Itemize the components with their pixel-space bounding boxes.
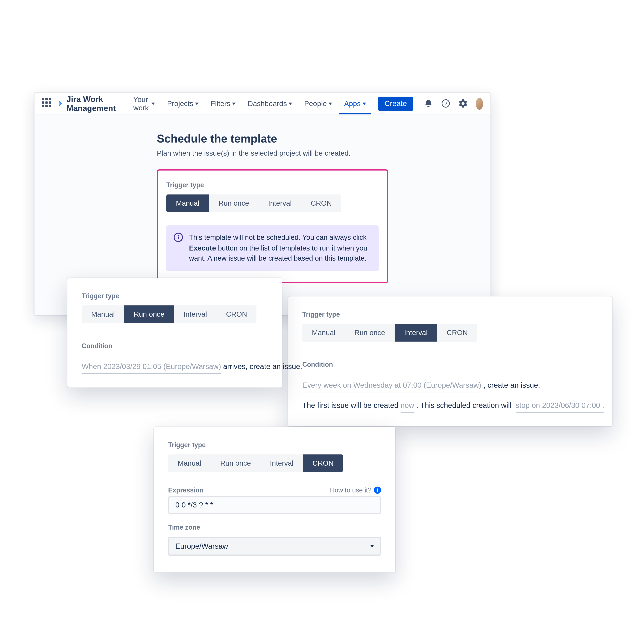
avatar[interactable] [476,97,483,109]
help-icon[interactable]: ? [442,97,451,109]
trigger-tab-interval[interactable]: Interval [259,194,301,212]
notifications-icon[interactable] [424,97,433,109]
info-banner: This template will not be scheduled. You… [166,225,379,271]
chevron-down-icon [195,102,199,105]
condition-label: Condition [82,342,276,349]
interval-condition-line-2: The first issue will be created now . Th… [302,401,598,410]
page-subtitle: Plan when the issue(s) in the selected p… [157,149,476,157]
condition-label: Condition [302,361,598,368]
app-switcher-icon[interactable] [42,97,51,109]
interval-text-2a: The first issue will be created [302,401,400,410]
trigger-tab-manual[interactable]: Manual [82,305,124,323]
nav-filters[interactable]: Filters [206,93,241,114]
trigger-type-panel-manual: Trigger type Manual Run once Interval CR… [157,169,388,283]
trigger-tab-manual[interactable]: Manual [302,324,345,342]
info-icon [173,232,183,242]
trigger-type-tabs: Manual Run once Interval CRON [166,194,341,212]
interval-stop-field[interactable]: stop on 2023/06/30 07:00 . [516,401,604,413]
expression-field-header: Expression How to use it? i [168,487,381,494]
interval-start-field[interactable]: now [401,401,414,413]
runonce-text: arrives, create an issue. [221,363,302,371]
jira-logo-icon [57,100,62,107]
banner-text-prefix: This template will not be scheduled. You… [189,233,367,241]
nav-apps[interactable]: Apps [339,93,371,114]
trigger-type-label: Trigger type [82,292,276,299]
trigger-type-label: Trigger type [302,311,598,318]
info-icon: i [374,487,381,494]
product-name: Jira Work Management [67,94,118,112]
trigger-type-tabs: Manual Run once Interval CRON [168,454,343,472]
runonce-condition-line: When 2023/03/29 01:05 (Europe/Warsaw) ar… [82,363,276,371]
trigger-tab-interval[interactable]: Interval [395,324,437,342]
timezone-value: Europe/Warsaw [175,542,228,550]
trigger-panel-cron: Trigger type Manual Run once Interval CR… [154,427,395,573]
expression-label: Expression [168,487,204,494]
settings-icon[interactable] [459,97,468,109]
cron-expression-input[interactable] [168,496,381,514]
banner-text-bold: Execute [189,244,216,252]
trigger-tab-cron[interactable]: CRON [303,454,343,472]
trigger-tab-run-once[interactable]: Run once [211,454,261,472]
interval-text-2b: . This scheduled creation will [414,401,513,410]
trigger-type-tabs: Manual Run once Interval CRON [82,305,257,323]
interval-text-1: , create an issue. [481,381,540,389]
nav-people[interactable]: People [299,93,337,114]
trigger-tab-run-once[interactable]: Run once [209,194,259,212]
timezone-select[interactable]: Europe/Warsaw [168,537,381,556]
create-button[interactable]: Create [378,96,413,111]
banner-text-suffix: button on the list of templates to run i… [189,244,368,263]
nav-projects[interactable]: Projects [162,93,204,114]
svg-rect-4 [178,236,179,239]
interval-recurrence-field[interactable]: Every week on Wednesday at 07:00 (Europe… [302,380,481,392]
trigger-tab-run-once[interactable]: Run once [124,305,174,323]
page-title: Schedule the template [157,132,476,146]
nav-dashboards[interactable]: Dashboards [243,93,297,114]
trigger-tab-manual[interactable]: Manual [166,194,209,212]
trigger-panel-run-once: Trigger type Manual Run once Interval CR… [67,278,282,387]
trigger-tab-cron[interactable]: CRON [217,305,257,323]
svg-text:?: ? [445,101,448,106]
chevron-down-icon [289,102,292,105]
chevron-down-icon [362,102,366,105]
interval-condition-line-1: Every week on Wednesday at 07:00 (Europe… [302,381,598,389]
trigger-tab-manual[interactable]: Manual [168,454,211,472]
trigger-tab-interval[interactable]: Interval [174,305,216,323]
trigger-tab-cron[interactable]: CRON [301,194,341,212]
nav-your-work[interactable]: Your work [129,93,160,114]
trigger-tab-interval[interactable]: Interval [260,454,303,472]
chevron-down-icon [329,102,332,105]
chevron-down-icon [152,102,155,105]
how-to-use-link[interactable]: How to use it? i [330,487,381,494]
trigger-panel-interval: Trigger type Manual Run once Interval CR… [288,296,612,427]
trigger-type-tabs: Manual Run once Interval CRON [302,324,477,342]
runonce-datetime-field[interactable]: When 2023/03/29 01:05 (Europe/Warsaw) [82,362,221,374]
trigger-tab-run-once[interactable]: Run once [345,324,395,342]
chevron-down-icon [232,102,236,105]
timezone-label: Time zone [168,524,381,531]
trigger-type-label: Trigger type [166,181,379,188]
trigger-type-label: Trigger type [168,441,381,448]
chevron-down-icon [370,545,374,547]
svg-point-3 [178,235,179,236]
trigger-tab-cron[interactable]: CRON [437,324,477,342]
topbar: Jira Work Management Your work Projects … [35,93,490,114]
